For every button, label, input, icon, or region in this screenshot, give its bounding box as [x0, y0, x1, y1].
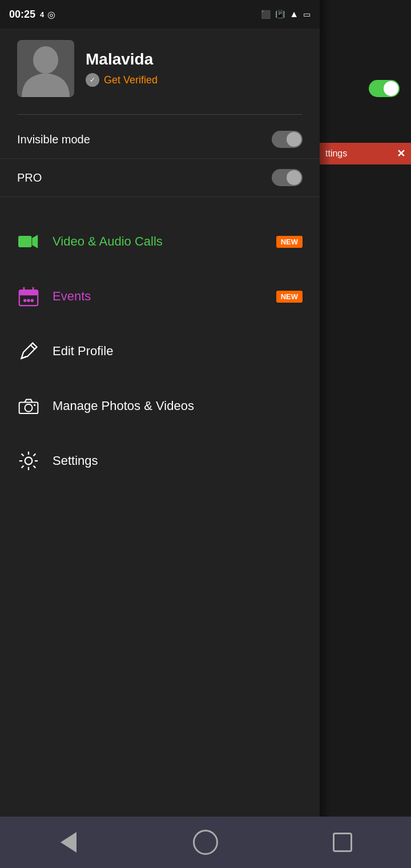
svg-point-20: [25, 404, 32, 412]
recent-icon: [333, 833, 352, 852]
vibrate-icon: 📳: [275, 10, 285, 19]
home-icon: [193, 830, 218, 855]
svg-point-14: [23, 299, 26, 302]
settings-peek-bar[interactable]: ttings ✕: [320, 143, 411, 164]
verify-check-icon: ✓: [86, 73, 99, 87]
status-right-icons: ⬛ 📳 ▲ ▭: [261, 0, 311, 29]
video-icon: [17, 230, 40, 253]
svg-rect-11: [19, 290, 38, 295]
menu-item-events[interactable]: Events NEW: [0, 269, 320, 324]
status-time: 00:25: [9, 9, 35, 21]
events-icon: [17, 285, 40, 308]
invisible-mode-knob: [287, 132, 301, 147]
menu-item-edit-profile[interactable]: Edit Profile: [0, 324, 320, 379]
svg-point-16: [31, 299, 34, 302]
home-button[interactable]: [191, 828, 220, 857]
pro-row[interactable]: PRO: [0, 159, 320, 197]
video-calls-label: Video & Audio Calls: [53, 234, 163, 249]
menu-item-settings[interactable]: Settings: [0, 433, 320, 488]
svg-point-22: [25, 457, 33, 465]
gps-icon: ◎: [47, 9, 55, 20]
invisible-mode-row[interactable]: Invisible mode: [0, 120, 320, 159]
settings-peek-text: ttings: [325, 148, 347, 159]
cast-icon: ⬛: [261, 10, 271, 19]
avatar[interactable]: [17, 40, 74, 97]
gear-icon: [17, 449, 40, 472]
svg-line-17: [31, 345, 35, 349]
back-icon: [61, 832, 76, 853]
battery-icon: ▭: [303, 10, 311, 19]
events-label: Events: [53, 289, 91, 304]
menu-item-manage-photos[interactable]: Manage Photos & Videos: [0, 379, 320, 433]
manage-photos-label: Manage Photos & Videos: [53, 399, 194, 413]
status-bar: 00:25 4 ◎ ⬛ 📳 ▲ ▭: [0, 0, 320, 29]
pro-toggle[interactable]: [272, 169, 303, 186]
avatar-silhouette: [17, 40, 74, 97]
svg-point-15: [27, 299, 30, 302]
pencil-icon: [17, 340, 40, 363]
edit-profile-label: Edit Profile: [53, 344, 113, 359]
menu-item-video-calls[interactable]: Video & Audio Calls NEW: [0, 214, 320, 269]
right-background-panel: [320, 0, 411, 868]
svg-point-21: [34, 404, 35, 406]
settings-close-button[interactable]: ✕: [397, 147, 405, 160]
camera-icon: [17, 395, 40, 417]
profile-name: Malavida: [86, 50, 158, 69]
profile-divider: [17, 114, 303, 115]
back-button[interactable]: [54, 828, 83, 857]
wifi-icon: ▲: [289, 9, 299, 19]
verify-text: Get Verified: [104, 74, 158, 86]
svg-marker-9: [32, 235, 38, 248]
events-badge: NEW: [276, 291, 303, 303]
pro-knob: [287, 170, 301, 185]
status-icons: 4 ◎: [40, 9, 55, 20]
nav-bar: [0, 817, 411, 868]
invisible-mode-toggle[interactable]: [272, 131, 303, 148]
video-calls-badge: NEW: [276, 236, 303, 248]
profile-info: Malavida ✓ Get Verified: [86, 50, 158, 87]
settings-label: Settings: [53, 453, 98, 468]
pro-label: PRO: [17, 171, 42, 184]
drawer-panel: 00:25 4 ◎ ⬛ 📳 ▲ ▭ Malavida ✓ Get Verifie…: [0, 0, 320, 868]
verify-row[interactable]: ✓ Get Verified: [86, 73, 158, 87]
invisible-mode-label: Invisible mode: [17, 133, 90, 146]
svg-point-7: [33, 46, 58, 74]
network-icon: 4: [40, 10, 44, 19]
recent-button[interactable]: [328, 828, 357, 857]
svg-rect-8: [18, 236, 31, 247]
